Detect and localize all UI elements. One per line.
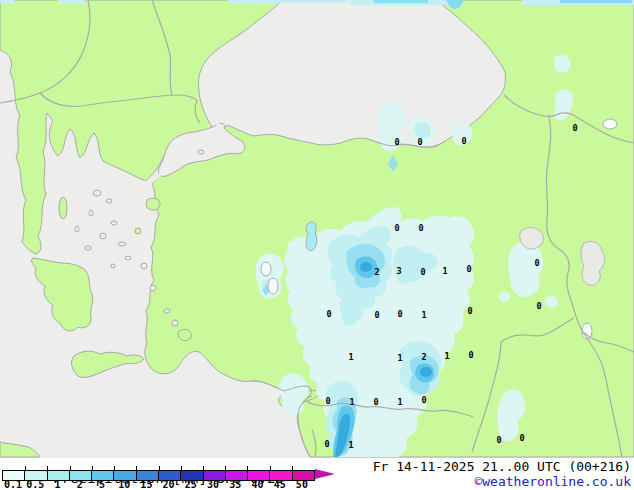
colorbar-labels: 0.10.5125101520253035404550 bbox=[2, 479, 335, 490]
colorbar-value-label: 0.5 bbox=[26, 479, 44, 490]
precip-intense-core-lower bbox=[420, 367, 432, 377]
precip-value-label: 1 bbox=[349, 397, 354, 407]
precip-value-label: 0 bbox=[394, 223, 399, 233]
colorbar-value-label: 10 bbox=[118, 479, 130, 490]
precip-value-label: 0 bbox=[397, 309, 402, 319]
precip-value-label: 0 bbox=[466, 264, 471, 274]
colorbar-tick bbox=[92, 466, 93, 470]
precip-value-label: 0 bbox=[467, 306, 472, 316]
precip-value-label: 0 bbox=[325, 396, 330, 406]
colorbar-tick bbox=[247, 466, 248, 470]
highland-patch-1 bbox=[520, 228, 544, 249]
colorbar-value-label: 40 bbox=[251, 479, 263, 490]
precip-value-label: 0 bbox=[394, 137, 399, 147]
colorbar-tick bbox=[47, 466, 48, 470]
precip-intense-core-upper bbox=[360, 262, 372, 272]
colorbar-value-label: 2 bbox=[77, 479, 83, 490]
island bbox=[164, 309, 170, 313]
precip-top-strip bbox=[374, 0, 428, 3]
colorbar-tick bbox=[292, 466, 293, 470]
precip-value-label: 1 bbox=[421, 310, 426, 320]
precip-value-label: 0 bbox=[468, 350, 473, 360]
lake-tuz bbox=[306, 222, 317, 251]
island bbox=[150, 285, 156, 291]
precip-value-label: 0 bbox=[373, 397, 378, 407]
precipitation-map: 00000002301000001011210010100100 bbox=[0, 0, 634, 458]
colorbar-value-label: 30 bbox=[207, 479, 219, 490]
precip-value-label: 0 bbox=[420, 267, 425, 277]
lake-sevan bbox=[603, 119, 617, 129]
marmara-island bbox=[198, 150, 204, 154]
precip-value-label: 1 bbox=[444, 351, 449, 361]
island bbox=[100, 233, 106, 239]
legend-area: Precipitation[mm]GFS 0.25 0.10.512510152… bbox=[0, 458, 634, 490]
lake-small-east bbox=[582, 323, 592, 339]
lake-beysehir bbox=[261, 262, 271, 276]
precip-value-label: 0 bbox=[418, 223, 423, 233]
precip-value-label: 1 bbox=[397, 397, 402, 407]
precip-value-label: 1 bbox=[442, 266, 447, 276]
colorbar-value-label: 20 bbox=[163, 479, 175, 490]
precip-value-label: 0 bbox=[324, 439, 329, 449]
colorbar-value-label: 5 bbox=[99, 479, 105, 490]
island bbox=[111, 264, 115, 268]
colorbar-value-label: 15 bbox=[140, 479, 152, 490]
precip-top-strip bbox=[0, 0, 14, 3]
precip-value-label: 0 bbox=[421, 395, 426, 405]
colorbar-value-label: 35 bbox=[229, 479, 241, 490]
colorbar-overflow-arrow bbox=[315, 469, 335, 479]
island bbox=[89, 210, 93, 216]
precip-value-label: 0 bbox=[572, 123, 577, 133]
colorbar-value-label: 0.1 bbox=[4, 479, 22, 490]
precip-value-label: 0 bbox=[519, 433, 524, 443]
precip-value-label: 0 bbox=[417, 137, 422, 147]
colorbar-tick bbox=[270, 466, 271, 470]
colorbar-tick bbox=[203, 466, 204, 470]
precip-value-label: 0 bbox=[496, 435, 501, 445]
precip-value-label: 3 bbox=[396, 266, 401, 276]
precip-value-label: 0 bbox=[461, 136, 466, 146]
island bbox=[106, 199, 112, 203]
copyright-text: ©weatheronline.co.uk bbox=[474, 474, 631, 489]
precip-value-label: 0 bbox=[536, 301, 541, 311]
island-chios bbox=[135, 228, 141, 234]
colorbar-tick bbox=[114, 466, 115, 470]
colorbar-value-label: 25 bbox=[185, 479, 197, 490]
island-rhodes bbox=[178, 329, 191, 340]
precip-value-label: 2 bbox=[374, 267, 379, 277]
precip-value-label: 0 bbox=[326, 309, 331, 319]
precip-area-lake-van bbox=[508, 242, 543, 297]
island-lesbos bbox=[146, 198, 160, 210]
colorbar-value-label: 45 bbox=[274, 479, 286, 490]
precip-value-label: 1 bbox=[397, 353, 402, 363]
colorbar-tick bbox=[25, 466, 26, 470]
colorbar-tick bbox=[225, 466, 226, 470]
precip-value-label: 2 bbox=[421, 352, 426, 362]
island-euboea bbox=[59, 197, 67, 219]
island bbox=[141, 263, 147, 269]
precip-value-label: 0 bbox=[534, 258, 539, 268]
island bbox=[118, 242, 126, 246]
colorbar-tick bbox=[181, 466, 182, 470]
precip-top-strip bbox=[228, 0, 348, 3]
colorbar-tick bbox=[159, 466, 160, 470]
island bbox=[85, 246, 91, 250]
weather-map-screenshot: 00000002301000001011210010100100 Precipi… bbox=[0, 0, 634, 490]
precip-value-label: 1 bbox=[348, 440, 353, 450]
colorbar-tick bbox=[136, 466, 137, 470]
precip-value-label: 1 bbox=[348, 352, 353, 362]
precip-top-strip bbox=[560, 0, 632, 3]
colorbar-tick bbox=[70, 466, 71, 470]
island bbox=[111, 221, 117, 225]
forecast-timestamp: Fr 14-11-2025 21..00 UTC (00+216) bbox=[373, 459, 631, 474]
lake-egirdir bbox=[268, 278, 278, 294]
colorbar-value-label: 1 bbox=[55, 479, 61, 490]
island bbox=[125, 256, 131, 260]
island bbox=[75, 226, 79, 232]
island bbox=[172, 320, 178, 326]
precip-value-label: 0 bbox=[374, 310, 379, 320]
precip-top-strip bbox=[58, 0, 84, 4]
colorbar-value-label: 50 bbox=[296, 479, 308, 490]
island bbox=[93, 190, 101, 196]
